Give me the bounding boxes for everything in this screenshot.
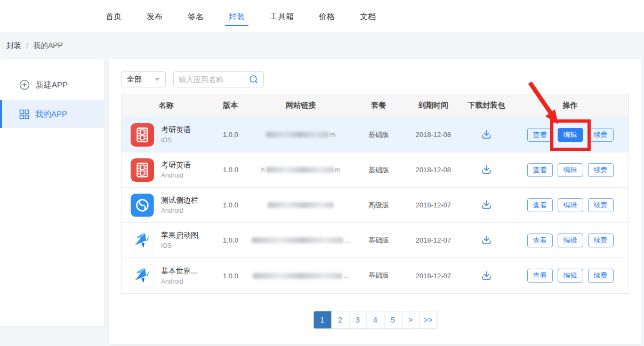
download-package-button[interactable] bbox=[480, 270, 493, 282]
url-fragment: m bbox=[330, 131, 335, 139]
website-link-masked: m bbox=[251, 117, 351, 152]
website-link-masked: ... bbox=[251, 223, 351, 258]
view-button[interactable]: 查看 bbox=[527, 198, 553, 212]
nav-item-toolbox[interactable]: 工具箱 bbox=[270, 0, 294, 33]
filter-dropdown[interactable]: 全部 bbox=[121, 71, 166, 87]
app-version: 1.0.0 bbox=[211, 188, 250, 222]
col-header-link: 网站链接 bbox=[251, 94, 351, 117]
app-name: 测试侧边栏 bbox=[161, 196, 198, 205]
plan-label: 基础版 bbox=[351, 152, 406, 187]
website-link-masked: h m bbox=[251, 152, 351, 187]
website-link-masked bbox=[251, 188, 351, 222]
sidebar: 新建APP 我的APP bbox=[0, 59, 104, 326]
blurred-url bbox=[268, 202, 334, 208]
app-name: 苹果启动图 bbox=[161, 231, 198, 240]
breadcrumb-section[interactable]: 封装 bbox=[6, 41, 21, 51]
page-button-5[interactable]: 5 bbox=[384, 311, 401, 328]
download-icon bbox=[480, 128, 493, 141]
page-button-1[interactable]: 1 bbox=[313, 311, 331, 328]
page-button-3[interactable]: 3 bbox=[349, 311, 366, 328]
sidebar-item-my-app[interactable]: 我的APP bbox=[0, 100, 104, 128]
app-name: 考研英语 bbox=[161, 160, 191, 170]
download-package-button[interactable] bbox=[480, 164, 493, 176]
top-bar: 首页 发布 签名 封装 工具箱 价格 文档 bbox=[0, 0, 644, 33]
nav-item-publish[interactable]: 发布 bbox=[147, 0, 163, 33]
pagination: 1 2 3 4 5 > >> bbox=[313, 311, 437, 329]
website-link-masked: ... bbox=[251, 258, 351, 293]
renew-button[interactable]: 续费 bbox=[588, 234, 614, 247]
url-fragment: ... bbox=[344, 237, 350, 244]
view-button[interactable]: 查看 bbox=[527, 163, 553, 177]
blurred-url bbox=[253, 273, 342, 279]
last-page-button[interactable]: >> bbox=[419, 311, 437, 328]
nav-item-package[interactable]: 封装 bbox=[229, 0, 245, 33]
edit-button[interactable]: 编辑 bbox=[558, 269, 583, 283]
view-button[interactable]: 查看 bbox=[527, 269, 553, 283]
breadcrumb-current: 我的APP bbox=[33, 41, 63, 51]
next-page-button[interactable]: > bbox=[401, 311, 419, 328]
app-search bbox=[173, 71, 264, 87]
renew-button[interactable]: 续费 bbox=[588, 198, 614, 212]
apps-table: 名称 版本 网站链接 套餐 到期时间 下载封装包 操作 bbox=[121, 94, 629, 294]
table-row: 测试侧边栏 Android 1.0.0 高级版 2018-12-07 bbox=[122, 188, 629, 223]
download-icon bbox=[480, 270, 493, 282]
expiry-date: 2018-12-08 bbox=[406, 152, 461, 187]
edit-button[interactable]: 编辑 bbox=[558, 234, 583, 247]
renew-button[interactable]: 续费 bbox=[588, 269, 614, 283]
renew-button[interactable]: 续费 bbox=[588, 163, 614, 177]
filter-dropdown-value: 全部 bbox=[127, 75, 142, 84]
expiry-date: 2018-12-07 bbox=[406, 223, 461, 258]
page-button-4[interactable]: 4 bbox=[366, 311, 384, 328]
table-row: 基本世界... Android 1.0.0 ... 基础版 2018-12-07 bbox=[122, 258, 629, 293]
film-app-icon bbox=[131, 123, 154, 147]
url-fragment: h bbox=[261, 166, 265, 174]
plus-circle-icon bbox=[19, 79, 30, 90]
app-version: 1.0.0 bbox=[211, 258, 250, 293]
renew-button[interactable]: 续费 bbox=[588, 128, 614, 142]
app-platform: Android bbox=[161, 278, 197, 285]
app-version: 1.0.0 bbox=[211, 152, 250, 187]
view-button[interactable]: 查看 bbox=[527, 234, 553, 247]
download-package-button[interactable] bbox=[480, 234, 493, 246]
url-fragment: ... bbox=[343, 272, 349, 279]
sidebar-item-new-app[interactable]: 新建APP bbox=[0, 69, 104, 100]
expiry-date: 2018-12-07 bbox=[406, 188, 461, 222]
plan-label: 高级版 bbox=[351, 188, 406, 222]
col-header-plan: 套餐 bbox=[351, 94, 406, 117]
app-version: 1.0.0 bbox=[211, 117, 250, 152]
edit-button[interactable]: 编辑 bbox=[558, 128, 583, 142]
top-nav: 首页 发布 签名 封装 工具箱 价格 文档 bbox=[106, 0, 376, 33]
app-platform: Android bbox=[161, 172, 191, 179]
chevron-down-icon bbox=[155, 78, 160, 81]
download-icon bbox=[480, 234, 493, 246]
col-header-expiry: 到期时间 bbox=[406, 94, 461, 117]
download-package-button[interactable] bbox=[480, 199, 493, 211]
col-header-version: 版本 bbox=[211, 94, 250, 117]
table-row: 苹果启动图 iOS 1.0.0 ... 基础版 2018-12-07 bbox=[122, 223, 629, 258]
paper-bird-app-icon bbox=[131, 264, 154, 287]
edit-button[interactable]: 编辑 bbox=[558, 163, 583, 177]
breadcrumb-separator: / bbox=[26, 42, 28, 50]
download-package-button[interactable] bbox=[480, 128, 493, 141]
nav-item-sign[interactable]: 签名 bbox=[188, 0, 204, 33]
table-row: 考研英语 Android 1.0.0 h m 基础版 2018-12-08 bbox=[122, 152, 629, 188]
nav-item-docs[interactable]: 文档 bbox=[360, 0, 376, 33]
page-button-2[interactable]: 2 bbox=[331, 311, 349, 328]
col-header-actions: 操作 bbox=[512, 94, 629, 117]
app-name: 基本世界... bbox=[161, 267, 197, 276]
col-header-download: 下载封装包 bbox=[461, 94, 512, 117]
app-name: 考研英语 bbox=[161, 125, 191, 135]
nav-item-home[interactable]: 首页 bbox=[106, 0, 122, 33]
grid-icon bbox=[19, 109, 29, 119]
paper-bird-app-icon bbox=[131, 229, 154, 252]
nav-item-price[interactable]: 价格 bbox=[319, 0, 335, 33]
plan-label: 基础版 bbox=[351, 258, 406, 293]
main-content: 全部 名称 版本 网站链接 套餐 到期时间 下载封装包 操作 bbox=[109, 59, 641, 344]
app-version: 1.0.0 bbox=[211, 223, 250, 258]
search-input[interactable] bbox=[179, 75, 249, 84]
blurred-url bbox=[266, 167, 334, 173]
edit-button[interactable]: 编辑 bbox=[558, 198, 583, 212]
view-button[interactable]: 查看 bbox=[527, 128, 553, 142]
search-icon[interactable] bbox=[249, 75, 259, 84]
sidebar-item-label: 我的APP bbox=[35, 109, 67, 119]
